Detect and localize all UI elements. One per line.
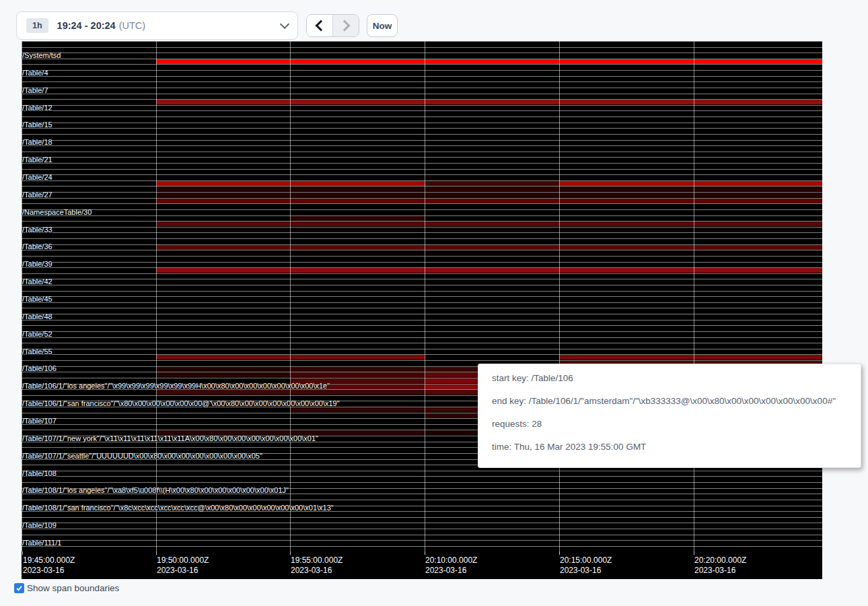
- heat-band: [290, 372, 425, 377]
- span-row-label: /Table/4: [22, 69, 48, 77]
- span-row-label: /Table/36: [22, 243, 52, 250]
- now-button[interactable]: Now: [367, 14, 398, 37]
- heat-band: [290, 216, 425, 221]
- span-row-label: /Table/15: [22, 121, 52, 129]
- x-axis-time-label: 20:10:00.000Z: [425, 556, 477, 565]
- span-row-label: /Table/45: [22, 296, 52, 303]
- x-axis-time-label: 20:15:00.000Z: [560, 556, 612, 565]
- x-axis-time-label: 19:55:00.000Z: [291, 556, 342, 565]
- span-row-label: /Table/27: [22, 191, 52, 199]
- span-row-label: /Table/18: [22, 139, 52, 146]
- span-row-label: /Table/108: [22, 470, 57, 477]
- show-span-boundaries-checkbox[interactable]: [14, 583, 24, 593]
- time-nav-group: [306, 14, 359, 37]
- span-row-label: /Table/108/1/"san francisco"/"\x8c\xcc\x…: [22, 504, 334, 512]
- x-axis-date-label: 2023-03-16: [291, 566, 332, 575]
- x-axis-date-label: 2023-03-16: [560, 566, 601, 575]
- span-row-label: /Table/55: [22, 348, 52, 356]
- span-row-label: /Table/106/1/"san francisco"/"\x80\x00\x…: [22, 400, 340, 407]
- heat-band: [156, 245, 822, 250]
- x-axis-tick: [559, 551, 560, 555]
- heat-band: [156, 100, 822, 104]
- span-row-label: /Table/108/1/"los angeles"/"\xa8\xf5\u00…: [22, 487, 289, 494]
- tooltip-end-key: end key: /Table/106/1/"amsterdam"/"\xb33…: [492, 396, 854, 407]
- span-row-label: /System/tsd: [22, 52, 61, 59]
- heat-band: [156, 187, 822, 191]
- heat-band: [156, 372, 290, 377]
- heat-band: [559, 355, 822, 360]
- time-gridline: [425, 41, 425, 551]
- heat-band: [156, 268, 822, 273]
- tooltip-requests: requests: 28: [492, 419, 854, 430]
- span-row-label: /Table/52: [22, 331, 52, 338]
- heat-band: [290, 367, 425, 372]
- span-row-label: /Table/33: [22, 226, 52, 234]
- time-gridline: [290, 41, 291, 551]
- time-gridline: [156, 41, 157, 551]
- span-row-label: /Table/21: [22, 156, 52, 164]
- heatmap-rows-area[interactable]: /System/tsd/Table/4/Table/7/Table/12/Tab…: [22, 41, 822, 551]
- x-axis-date-label: 2023-03-16: [157, 566, 198, 575]
- timezone-label: (UTC): [119, 20, 145, 31]
- span-row-label: /Table/107: [22, 417, 57, 425]
- tooltip-start-key: start key: /Table/106: [492, 373, 854, 384]
- heat-band: [156, 222, 822, 226]
- x-axis: 19:45:00.000Z2023-03-1619:50:00.000Z2023…: [22, 551, 822, 579]
- time-range-label: 19:24 - 20:24: [57, 20, 116, 31]
- heat-band: [290, 407, 425, 412]
- span-row-label: /Table/7: [22, 87, 48, 94]
- x-axis-tick: [156, 551, 157, 555]
- span-row-label: /Table/24: [22, 174, 52, 181]
- time-gridline: [559, 41, 560, 551]
- span-row-label: /Table/107/1/"new york"/"\x11\x11\x11\x1…: [22, 435, 318, 442]
- show-span-boundaries-label: Show span boundaries: [27, 583, 119, 593]
- span-row-label: /Table/106/1/"los angeles"/"\x99\x99\x99…: [22, 382, 330, 390]
- chevron-down-icon: [280, 20, 289, 29]
- next-time-button[interactable]: [332, 15, 359, 36]
- span-row-label: /Table/42: [22, 278, 52, 285]
- span-row-label: /Table/48: [22, 313, 52, 321]
- footer-controls: Show span boundaries: [14, 583, 119, 593]
- heat-band: [559, 181, 822, 186]
- x-axis-tick: [425, 551, 425, 555]
- check-icon: [15, 584, 23, 592]
- time-range-dropdown[interactable]: 1h 19:24 - 20:24 (UTC): [16, 11, 298, 40]
- key-visualizer-page: 1h 19:24 - 20:24 (UTC) Now /System/tsd/T…: [0, 0, 868, 606]
- span-row-label: /Table/106: [22, 365, 57, 372]
- heat-band: [156, 367, 290, 372]
- span-tooltip: start key: /Table/106 end key: /Table/10…: [478, 364, 861, 468]
- heat-band: [425, 181, 559, 186]
- chevron-right-icon: [339, 20, 351, 32]
- x-axis-date-label: 2023-03-16: [425, 566, 466, 575]
- x-axis-date-label: 2023-03-16: [694, 566, 735, 575]
- x-axis-tick: [290, 551, 291, 555]
- heat-band: [156, 193, 822, 197]
- chevron-left-icon: [316, 20, 327, 32]
- span-row-label: /Table/107/1/"seattle"/"UUUUUUD\x00\x80\…: [22, 452, 262, 460]
- heat-band: [156, 199, 822, 203]
- x-axis-time-label: 19:50:00.000Z: [157, 556, 209, 565]
- span-row-label: /Table/39: [22, 261, 52, 268]
- duration-chip: 1h: [26, 18, 48, 33]
- span-row-label: /Table/109: [22, 522, 57, 529]
- heat-band: [156, 59, 822, 64]
- prev-time-button[interactable]: [307, 15, 332, 36]
- span-row-label: /Table/12: [22, 104, 52, 112]
- x-axis-time-label: 20:20:00.000Z: [694, 556, 746, 565]
- x-axis-time-label: 19:45:00.000Z: [23, 556, 75, 565]
- span-row-label: /NamespaceTable/30: [22, 209, 92, 216]
- tooltip-time: time: Thu, 16 Mar 2023 19:55:00 GMT: [492, 442, 854, 452]
- span-row-label: /Table/111/1: [22, 539, 61, 547]
- x-axis-tick: [22, 551, 23, 555]
- x-axis-tick: [694, 551, 694, 555]
- time-gridline: [694, 41, 694, 551]
- key-visualizer-canvas[interactable]: /System/tsd/Table/4/Table/7/Table/12/Tab…: [22, 41, 822, 579]
- x-axis-date-label: 2023-03-16: [23, 566, 64, 575]
